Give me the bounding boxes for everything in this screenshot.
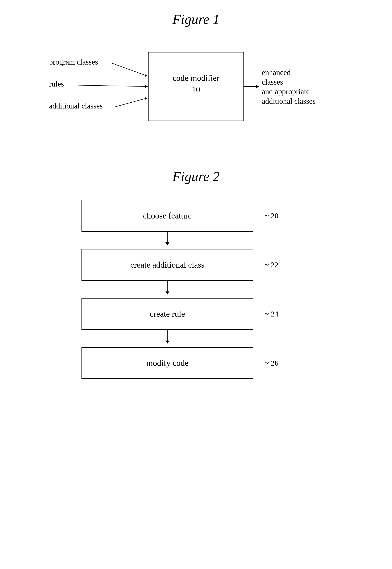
modify-code-box: modify code [82,347,253,379]
svg-marker-23 [166,341,169,344]
modify-code-ref: ~ 26 [265,359,279,367]
figure2-title: Figure 2 [172,169,220,185]
step-create-rule: create rule ~ 24 [82,298,310,330]
choose-feature-label: choose feature [143,211,192,221]
create-additional-class-box: create additional class [82,249,253,281]
svg-text:classes: classes [262,78,283,86]
choose-feature-ref: ~ 20 [265,211,279,220]
arrow1 [82,232,253,249]
svg-line-8 [78,85,147,87]
step-modify-code: modify code ~ 26 [82,347,310,379]
figure1-section: Figure 1 code modifier 10 program classe… [15,12,377,157]
figure1-diagram: code modifier 10 program classes rules a… [43,43,349,134]
step-choose-feature: choose feature ~ 20 [82,200,310,232]
figure2-diagram: choose feature ~ 20 create additional cl… [82,200,310,379]
svg-text:10: 10 [192,85,200,94]
create-rule-ref: ~ 24 [265,309,279,318]
arrow3 [82,330,253,347]
svg-text:additional classes: additional classes [49,102,103,110]
svg-marker-21 [166,292,169,294]
create-additional-class-ref: ~ 22 [265,260,279,269]
svg-line-6 [112,63,147,76]
create-additional-class-label: create additional class [130,260,204,270]
arrow3-svg [162,330,173,347]
arrow2 [82,281,253,298]
svg-text:program classes: program classes [49,58,98,66]
svg-marker-13 [256,85,259,88]
svg-text:and appropriate: and appropriate [262,87,309,96]
svg-marker-19 [166,242,169,246]
svg-line-10 [114,98,147,107]
create-rule-label: create rule [150,309,185,319]
page: Figure 1 code modifier 10 program classe… [0,0,392,569]
svg-text:code modifier: code modifier [172,73,220,83]
create-rule-box: create rule [82,298,253,330]
arrow2-svg [162,281,173,298]
modify-code-label: modify code [146,358,188,368]
figure1-svg: code modifier 10 program classes rules a… [43,43,349,134]
figure1-title: Figure 1 [172,12,220,27]
svg-marker-9 [145,85,148,88]
svg-text:rules: rules [49,80,64,88]
figure2-section: Figure 2 choose feature ~ 20 create addi [15,169,377,379]
arrow1-svg [162,232,173,249]
choose-feature-box: choose feature [82,200,253,232]
svg-text:enhanced: enhanced [262,68,291,77]
step-create-additional-class: create additional class ~ 22 [82,249,310,281]
svg-text:additional classes: additional classes [262,97,315,105]
